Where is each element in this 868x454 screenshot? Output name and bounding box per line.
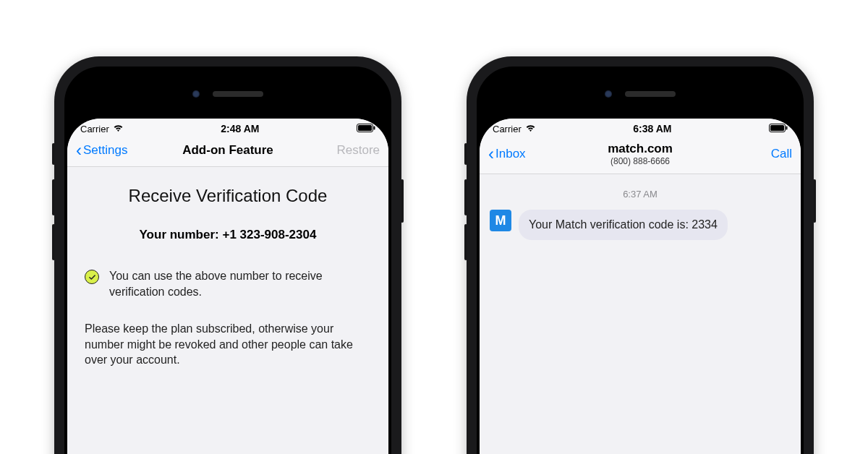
nav-subtitle: (800) 888-6666 (553, 156, 727, 166)
message-row: M Your Match verification code is: 2334 (490, 210, 791, 240)
message-bubble[interactable]: Your Match verification code is: 2334 (519, 210, 728, 240)
avatar[interactable]: M (490, 210, 511, 231)
battery-icon (357, 124, 375, 134)
phone-frame: Carrier 6:38 AM ‹ Inbo (467, 56, 814, 454)
check-icon (85, 270, 99, 284)
speaker-grille (213, 91, 263, 97)
nav-bar: ‹ Inbox match.com (800) 888-6666 Call (480, 136, 801, 174)
back-button[interactable]: ‹ Inbox (488, 145, 553, 163)
info-text: You can use the above number to receive … (109, 268, 371, 299)
call-button[interactable]: Call (727, 147, 792, 161)
camera-icon (605, 90, 612, 98)
page-title: Receive Verification Code (85, 186, 371, 206)
back-label: Inbox (495, 147, 526, 161)
your-number-label: Your number: +1 323-908-2304 (85, 228, 371, 242)
svg-rect-1 (358, 125, 372, 131)
nav-bar: ‹ Settings Add-on Feature Restore (67, 136, 388, 167)
phone-right: Carrier 6:38 AM ‹ Inbo (467, 56, 814, 454)
svg-rect-5 (786, 126, 788, 129)
wifi-icon (113, 124, 124, 134)
status-time: 6:38 AM (633, 123, 671, 134)
camera-icon (192, 90, 200, 98)
phone-frame: Carrier 2:48 AM ‹ Sett (54, 56, 401, 454)
status-bar: Carrier 2:48 AM (67, 119, 388, 136)
nav-title: Add-on Feature (141, 143, 315, 158)
back-label: Settings (83, 143, 127, 158)
nav-title: match.com (553, 142, 727, 156)
status-time: 2:48 AM (221, 123, 259, 134)
phone-left: Carrier 2:48 AM ‹ Sett (54, 56, 401, 454)
phone-bezel-top (480, 69, 801, 119)
message-timestamp: 6:37 AM (490, 189, 791, 200)
addon-content: Receive Verification Code Your number: +… (67, 167, 388, 382)
chevron-left-icon: ‹ (488, 145, 494, 163)
wifi-icon (525, 124, 536, 134)
chevron-left-icon: ‹ (76, 142, 82, 159)
carrier-label: Carrier (493, 124, 522, 134)
screen-addon: Carrier 2:48 AM ‹ Sett (67, 119, 388, 454)
battery-icon (769, 124, 788, 134)
speaker-grille (625, 91, 676, 97)
restore-button[interactable]: Restore (315, 143, 380, 158)
phone-bezel-top (67, 69, 388, 119)
carrier-label: Carrier (80, 124, 109, 134)
back-button[interactable]: ‹ Settings (76, 142, 141, 159)
messages-content: 6:37 AM M Your Match verification code i… (480, 174, 801, 252)
svg-rect-2 (374, 126, 375, 129)
svg-rect-4 (770, 125, 784, 131)
screen-messages: Carrier 6:38 AM ‹ Inbo (480, 119, 801, 454)
info-row: You can use the above number to receive … (85, 268, 371, 299)
warning-text: Please keep the plan subscribed, otherwi… (85, 321, 371, 368)
status-bar: Carrier 6:38 AM (480, 119, 801, 136)
